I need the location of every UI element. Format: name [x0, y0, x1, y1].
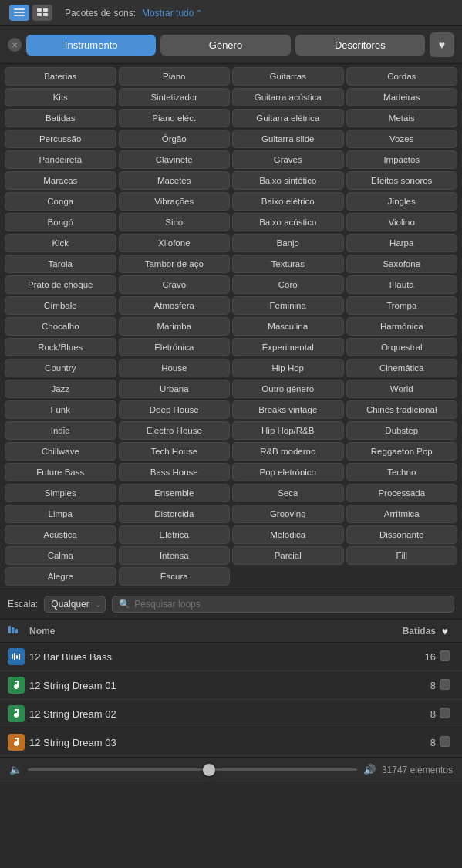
grid-cell[interactable]: Orquestral — [346, 338, 458, 356]
grid-cell[interactable]: Flauta — [346, 275, 458, 294]
tab-genre[interactable]: Género — [160, 35, 290, 56]
grid-cell[interactable]: Trompa — [346, 296, 458, 315]
grid-cell[interactable]: Outro género — [232, 380, 344, 398]
grid-cell[interactable]: Breaks vintage — [232, 400, 344, 419]
grid-cell[interactable]: Piano — [119, 67, 231, 86]
grid-cell[interactable]: Guitarra elétrica — [232, 109, 344, 127]
grid-cell[interactable]: Bass House — [119, 463, 231, 481]
grid-cell[interactable]: Jingles — [346, 192, 458, 211]
grid-cell[interactable]: Melódica — [232, 525, 344, 544]
grid-cell[interactable]: Seca — [232, 484, 344, 502]
grid-cell[interactable]: Violino — [346, 213, 458, 231]
grid-cell[interactable]: Metais — [346, 109, 458, 127]
grid-cell[interactable]: Vibrações — [119, 192, 231, 211]
grid-cell[interactable]: Cinemática — [346, 359, 458, 377]
search-input[interactable] — [134, 599, 447, 610]
grid-cell[interactable]: Texturas — [232, 255, 344, 273]
grid-cell[interactable]: Percussão — [5, 130, 116, 148]
grid-cell[interactable]: Graves — [232, 150, 344, 169]
grid-cell[interactable]: Chillwave — [5, 442, 116, 461]
grid-cell[interactable]: Sino — [119, 213, 231, 231]
grid-cell[interactable]: Ensemble — [119, 484, 231, 502]
grid-cell[interactable]: Acústica — [5, 525, 116, 544]
grid-cell[interactable]: Simples — [5, 484, 116, 502]
grid-cell[interactable]: Arrítmica — [346, 505, 458, 523]
grid-cell[interactable]: Baixo acústico — [232, 213, 344, 231]
grid-cell[interactable]: Urbana — [119, 380, 231, 398]
close-button[interactable]: ✕ — [8, 38, 22, 52]
grid-cell[interactable]: Coro — [232, 275, 344, 294]
grid-cell[interactable]: Conga — [5, 192, 116, 211]
fav-checkbox[interactable] — [440, 708, 450, 718]
grid-cell[interactable]: Prato de choque — [5, 275, 116, 294]
grid-cell[interactable]: Xilofone — [119, 234, 231, 252]
grid-cell[interactable]: R&B moderno — [232, 442, 344, 461]
grid-cell[interactable]: Country — [5, 359, 116, 377]
grid-cell[interactable]: Funk — [5, 400, 116, 419]
grid-cell[interactable]: Impactos — [346, 150, 458, 169]
grid-cell[interactable]: Grooving — [232, 505, 344, 523]
grid-cell[interactable]: Maracas — [5, 171, 116, 190]
table-row[interactable]: 12 String Dream 01 8 — [0, 671, 462, 700]
grid-cell[interactable]: Deep House — [119, 400, 231, 419]
grid-cell[interactable]: Masculina — [232, 317, 344, 336]
grid-cell[interactable]: Madeiras — [346, 88, 458, 106]
table-row[interactable]: 12 String Dream 02 8 — [0, 700, 462, 728]
grid-cell[interactable]: Hip Hop/R&B — [232, 421, 344, 440]
grid-cell[interactable]: Rock/Blues — [5, 338, 116, 356]
grid-cell[interactable]: Fill — [346, 546, 458, 565]
grid-cell[interactable]: Cordas — [346, 67, 458, 86]
grid-cell[interactable]: Tambor de aço — [119, 255, 231, 273]
grid-cell[interactable]: Atmosfera — [119, 296, 231, 315]
grid-cell[interactable]: Future Bass — [5, 463, 116, 481]
grid-cell[interactable]: Alegre — [5, 567, 116, 586]
grid-cell[interactable]: Parcial — [232, 546, 344, 565]
scale-select[interactable]: Qualquer Maior Menor — [44, 596, 106, 613]
grid-cell[interactable]: World — [346, 380, 458, 398]
table-row[interactable]: 12 String Dream 03 8 — [0, 728, 462, 757]
show-all-button[interactable]: Mostrar tudo — [142, 8, 202, 19]
grid-cell[interactable]: Distorcida — [119, 505, 231, 523]
grid-cell[interactable]: Sintetizador — [119, 88, 231, 106]
fav-checkbox[interactable] — [440, 736, 450, 747]
tab-instrument[interactable]: Instrumento — [26, 35, 156, 56]
grid-cell[interactable]: Calma — [5, 546, 116, 565]
grid-cell[interactable]: Dubstep — [346, 421, 458, 440]
grid-cell[interactable]: Pandeireta — [5, 150, 116, 169]
fav-checkbox[interactable] — [440, 679, 450, 690]
grid-cell[interactable]: Kick — [5, 234, 116, 252]
grid-cell[interactable]: Harpa — [346, 234, 458, 252]
favorites-button[interactable]: ♥ — [430, 32, 454, 57]
grid-cell[interactable]: Feminina — [232, 296, 344, 315]
fav-checkbox[interactable] — [440, 650, 450, 661]
grid-cell[interactable]: Intensa — [119, 546, 231, 565]
grid-cell[interactable]: Piano eléc. — [119, 109, 231, 127]
grid-cell[interactable]: Elétrica — [119, 525, 231, 544]
grid-cell[interactable]: Guitarra slide — [232, 130, 344, 148]
grid-cell[interactable]: Kits — [5, 88, 116, 106]
grid-cell[interactable]: Saxofone — [346, 255, 458, 273]
grid-cell[interactable]: Chocalho — [5, 317, 116, 336]
grid-cell[interactable]: Guitarra acústica — [232, 88, 344, 106]
grid-cell[interactable]: Pop eletrónico — [232, 463, 344, 481]
grid-cell[interactable]: Marimba — [119, 317, 231, 336]
grid-cell[interactable]: Techno — [346, 463, 458, 481]
grid-cell[interactable]: Címbalo — [5, 296, 116, 315]
tab-descriptors[interactable]: Descritores — [295, 35, 425, 56]
grid-cell[interactable]: Tech House — [119, 442, 231, 461]
view-grid-button[interactable] — [32, 5, 52, 21]
grid-cell[interactable]: Cravo — [119, 275, 231, 294]
grid-cell[interactable]: Experimental — [232, 338, 344, 356]
grid-cell[interactable]: Dissonante — [346, 525, 458, 544]
grid-cell[interactable]: Órgão — [119, 130, 231, 148]
grid-cell[interactable]: Jazz — [5, 380, 116, 398]
grid-cell[interactable]: Chinês tradicional — [346, 400, 458, 419]
grid-cell[interactable]: Bongó — [5, 213, 116, 231]
grid-cell[interactable]: Efeitos sonoros — [346, 171, 458, 190]
volume-slider-thumb[interactable] — [203, 764, 215, 776]
grid-cell[interactable]: Eletrónica — [119, 338, 231, 356]
grid-cell[interactable]: Macetes — [119, 171, 231, 190]
grid-cell[interactable]: Electro House — [119, 421, 231, 440]
grid-cell[interactable]: Escura — [119, 567, 231, 586]
grid-cell[interactable]: Banjo — [232, 234, 344, 252]
